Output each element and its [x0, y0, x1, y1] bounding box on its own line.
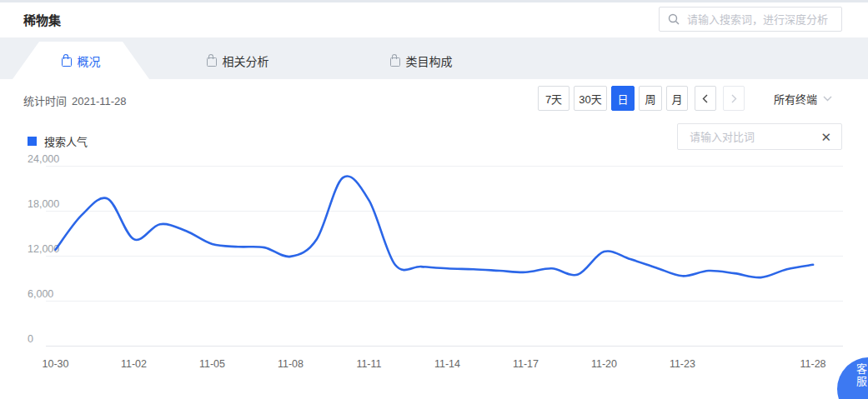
- svg-text:6,000: 6,000: [28, 288, 53, 300]
- stat-time-value: 2021-11-28: [72, 95, 127, 107]
- tab-overview[interactable]: 概况: [13, 42, 149, 79]
- svg-text:11-28: 11-28: [800, 358, 826, 370]
- chevron-down-icon: [823, 96, 832, 102]
- range-button-day[interactable]: 日: [611, 86, 635, 111]
- next-date-button[interactable]: [723, 86, 745, 111]
- stat-time-label: 统计时间: [23, 95, 67, 107]
- search-input[interactable]: [685, 12, 833, 27]
- bag-icon: [390, 57, 400, 67]
- tab-bar: 概况 相关分析 类目构成: [0, 37, 868, 79]
- compare-word-input[interactable]: [688, 130, 820, 144]
- terminal-label: 所有终端: [774, 91, 817, 107]
- page-title: 稀物集: [23, 11, 61, 28]
- range-button-week[interactable]: 周: [639, 86, 662, 111]
- tab-label: 相关分析: [223, 52, 269, 69]
- range-button-7d[interactable]: 7天: [538, 86, 569, 111]
- legend-search-popularity[interactable]: 搜索人气: [28, 133, 88, 149]
- close-icon[interactable]: ✕: [820, 131, 831, 143]
- tab-category-composition[interactable]: 类目构成: [379, 42, 463, 79]
- chevron-left-icon: [702, 94, 709, 103]
- svg-text:10-30: 10-30: [43, 358, 69, 370]
- svg-text:11-05: 11-05: [199, 358, 225, 370]
- range-button-group: 7天 30天 日 周 月: [538, 86, 688, 111]
- range-button-month[interactable]: 月: [666, 86, 688, 111]
- stat-time: 统计时间2021-11-28: [23, 92, 127, 108]
- trend-chart[interactable]: 06,00012,00018,00024,00010-3011-0211-051…: [0, 154, 868, 399]
- svg-text:11-02: 11-02: [121, 358, 147, 370]
- analytics-page: 稀物集 概况 相关分析 类目构成 统计时间2021-11-28 7天 30天 日…: [0, 0, 868, 399]
- svg-text:11-11: 11-11: [356, 358, 381, 370]
- chevron-right-icon: [730, 94, 737, 103]
- svg-text:11-08: 11-08: [278, 358, 304, 370]
- bag-icon: [62, 57, 72, 67]
- svg-text:11-20: 11-20: [591, 358, 617, 370]
- svg-text:11-17: 11-17: [513, 358, 539, 370]
- search-box[interactable]: [659, 7, 842, 32]
- tab-related-analysis[interactable]: 相关分析: [196, 42, 279, 79]
- terminal-select[interactable]: 所有终端: [774, 86, 832, 111]
- customer-service-label: 客服: [853, 363, 868, 388]
- svg-text:18,000: 18,000: [28, 198, 59, 210]
- top-border: [0, 0, 868, 2]
- legend-swatch: [28, 137, 37, 146]
- tab-label: 概况: [78, 52, 101, 69]
- date-nav-group: [695, 86, 745, 111]
- search-icon: [668, 13, 680, 25]
- legend-label: 搜索人气: [44, 133, 88, 149]
- bag-icon: [207, 57, 217, 67]
- svg-text:24,000: 24,000: [28, 154, 59, 165]
- range-button-30d[interactable]: 30天: [574, 86, 607, 111]
- tab-label: 类目构成: [406, 52, 453, 69]
- prev-date-button[interactable]: [695, 86, 716, 111]
- compare-word-box[interactable]: ✕: [677, 123, 842, 150]
- svg-text:11-23: 11-23: [670, 358, 695, 370]
- svg-text:0: 0: [28, 333, 33, 345]
- svg-text:11-14: 11-14: [434, 358, 460, 370]
